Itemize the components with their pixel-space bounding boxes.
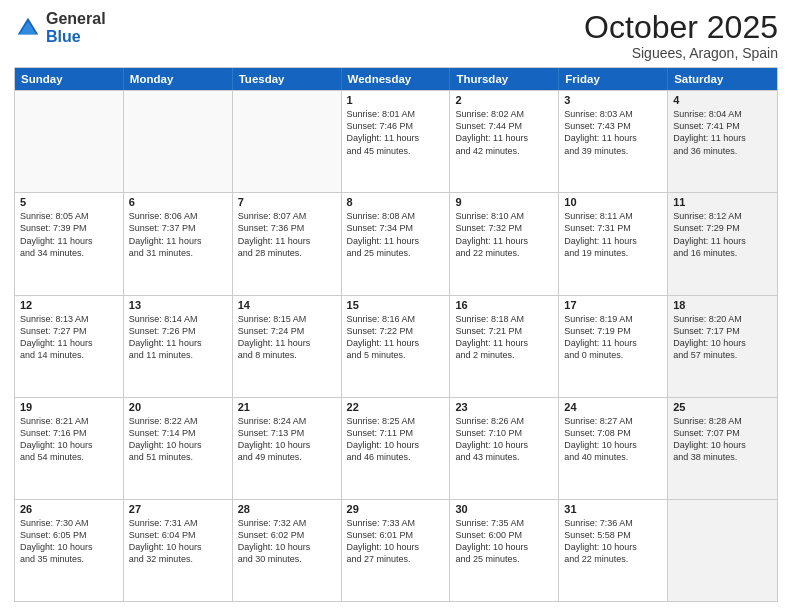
day-cell-31: 31Sunrise: 7:36 AM Sunset: 5:58 PM Dayli… — [559, 500, 668, 601]
day-cell-18: 18Sunrise: 8:20 AM Sunset: 7:17 PM Dayli… — [668, 296, 777, 397]
day-number: 12 — [20, 299, 118, 311]
day-cell-23: 23Sunrise: 8:26 AM Sunset: 7:10 PM Dayli… — [450, 398, 559, 499]
empty-cell-0-0 — [15, 91, 124, 192]
day-number: 31 — [564, 503, 662, 515]
day-info: Sunrise: 7:32 AM Sunset: 6:02 PM Dayligh… — [238, 517, 336, 566]
day-cell-6: 6Sunrise: 8:06 AM Sunset: 7:37 PM Daylig… — [124, 193, 233, 294]
empty-cell-0-2 — [233, 91, 342, 192]
day-info: Sunrise: 8:12 AM Sunset: 7:29 PM Dayligh… — [673, 210, 772, 259]
day-cell-15: 15Sunrise: 8:16 AM Sunset: 7:22 PM Dayli… — [342, 296, 451, 397]
day-cell-10: 10Sunrise: 8:11 AM Sunset: 7:31 PM Dayli… — [559, 193, 668, 294]
day-info: Sunrise: 8:04 AM Sunset: 7:41 PM Dayligh… — [673, 108, 772, 157]
day-cell-30: 30Sunrise: 7:35 AM Sunset: 6:00 PM Dayli… — [450, 500, 559, 601]
calendar-row-2: 12Sunrise: 8:13 AM Sunset: 7:27 PM Dayli… — [15, 295, 777, 397]
day-cell-9: 9Sunrise: 8:10 AM Sunset: 7:32 PM Daylig… — [450, 193, 559, 294]
logo-general-text: General — [46, 10, 106, 27]
day-info: Sunrise: 7:31 AM Sunset: 6:04 PM Dayligh… — [129, 517, 227, 566]
day-info: Sunrise: 7:36 AM Sunset: 5:58 PM Dayligh… — [564, 517, 662, 566]
day-info: Sunrise: 8:13 AM Sunset: 7:27 PM Dayligh… — [20, 313, 118, 362]
day-number: 4 — [673, 94, 772, 106]
day-info: Sunrise: 8:20 AM Sunset: 7:17 PM Dayligh… — [673, 313, 772, 362]
day-number: 8 — [347, 196, 445, 208]
page: General Blue October 2025 Siguees, Arago… — [0, 0, 792, 612]
day-number: 7 — [238, 196, 336, 208]
header: General Blue October 2025 Siguees, Arago… — [14, 10, 778, 61]
calendar-row-1: 5Sunrise: 8:05 AM Sunset: 7:39 PM Daylig… — [15, 192, 777, 294]
day-header-saturday: Saturday — [668, 68, 777, 90]
day-number: 2 — [455, 94, 553, 106]
day-number: 5 — [20, 196, 118, 208]
calendar-row-0: 1Sunrise: 8:01 AM Sunset: 7:46 PM Daylig… — [15, 90, 777, 192]
logo-blue-text: Blue — [46, 28, 81, 45]
title-block: October 2025 Siguees, Aragon, Spain — [584, 10, 778, 61]
day-cell-7: 7Sunrise: 8:07 AM Sunset: 7:36 PM Daylig… — [233, 193, 342, 294]
day-info: Sunrise: 7:35 AM Sunset: 6:00 PM Dayligh… — [455, 517, 553, 566]
day-info: Sunrise: 8:26 AM Sunset: 7:10 PM Dayligh… — [455, 415, 553, 464]
day-info: Sunrise: 8:22 AM Sunset: 7:14 PM Dayligh… — [129, 415, 227, 464]
day-number: 24 — [564, 401, 662, 413]
day-cell-17: 17Sunrise: 8:19 AM Sunset: 7:19 PM Dayli… — [559, 296, 668, 397]
day-number: 19 — [20, 401, 118, 413]
day-info: Sunrise: 8:06 AM Sunset: 7:37 PM Dayligh… — [129, 210, 227, 259]
day-info: Sunrise: 8:18 AM Sunset: 7:21 PM Dayligh… — [455, 313, 553, 362]
day-header-thursday: Thursday — [450, 68, 559, 90]
day-cell-28: 28Sunrise: 7:32 AM Sunset: 6:02 PM Dayli… — [233, 500, 342, 601]
day-number: 3 — [564, 94, 662, 106]
day-cell-11: 11Sunrise: 8:12 AM Sunset: 7:29 PM Dayli… — [668, 193, 777, 294]
day-cell-12: 12Sunrise: 8:13 AM Sunset: 7:27 PM Dayli… — [15, 296, 124, 397]
day-header-monday: Monday — [124, 68, 233, 90]
day-info: Sunrise: 8:24 AM Sunset: 7:13 PM Dayligh… — [238, 415, 336, 464]
empty-cell-4-6 — [668, 500, 777, 601]
location-title: Siguees, Aragon, Spain — [584, 45, 778, 61]
calendar-row-4: 26Sunrise: 7:30 AM Sunset: 6:05 PM Dayli… — [15, 499, 777, 601]
empty-cell-0-1 — [124, 91, 233, 192]
day-header-friday: Friday — [559, 68, 668, 90]
day-cell-13: 13Sunrise: 8:14 AM Sunset: 7:26 PM Dayli… — [124, 296, 233, 397]
calendar-row-3: 19Sunrise: 8:21 AM Sunset: 7:16 PM Dayli… — [15, 397, 777, 499]
day-cell-14: 14Sunrise: 8:15 AM Sunset: 7:24 PM Dayli… — [233, 296, 342, 397]
day-info: Sunrise: 8:10 AM Sunset: 7:32 PM Dayligh… — [455, 210, 553, 259]
day-info: Sunrise: 8:28 AM Sunset: 7:07 PM Dayligh… — [673, 415, 772, 464]
day-info: Sunrise: 8:21 AM Sunset: 7:16 PM Dayligh… — [20, 415, 118, 464]
day-number: 23 — [455, 401, 553, 413]
day-cell-8: 8Sunrise: 8:08 AM Sunset: 7:34 PM Daylig… — [342, 193, 451, 294]
logo: General Blue — [14, 10, 106, 45]
day-cell-3: 3Sunrise: 8:03 AM Sunset: 7:43 PM Daylig… — [559, 91, 668, 192]
day-info: Sunrise: 8:16 AM Sunset: 7:22 PM Dayligh… — [347, 313, 445, 362]
calendar: SundayMondayTuesdayWednesdayThursdayFrid… — [14, 67, 778, 602]
day-info: Sunrise: 8:11 AM Sunset: 7:31 PM Dayligh… — [564, 210, 662, 259]
day-number: 22 — [347, 401, 445, 413]
calendar-body: 1Sunrise: 8:01 AM Sunset: 7:46 PM Daylig… — [15, 90, 777, 601]
month-title: October 2025 — [584, 10, 778, 45]
day-cell-19: 19Sunrise: 8:21 AM Sunset: 7:16 PM Dayli… — [15, 398, 124, 499]
day-info: Sunrise: 8:01 AM Sunset: 7:46 PM Dayligh… — [347, 108, 445, 157]
day-info: Sunrise: 8:08 AM Sunset: 7:34 PM Dayligh… — [347, 210, 445, 259]
day-cell-26: 26Sunrise: 7:30 AM Sunset: 6:05 PM Dayli… — [15, 500, 124, 601]
day-header-tuesday: Tuesday — [233, 68, 342, 90]
day-cell-25: 25Sunrise: 8:28 AM Sunset: 7:07 PM Dayli… — [668, 398, 777, 499]
day-info: Sunrise: 7:33 AM Sunset: 6:01 PM Dayligh… — [347, 517, 445, 566]
day-number: 25 — [673, 401, 772, 413]
day-info: Sunrise: 8:05 AM Sunset: 7:39 PM Dayligh… — [20, 210, 118, 259]
day-number: 18 — [673, 299, 772, 311]
day-info: Sunrise: 8:25 AM Sunset: 7:11 PM Dayligh… — [347, 415, 445, 464]
day-number: 29 — [347, 503, 445, 515]
day-number: 13 — [129, 299, 227, 311]
day-number: 1 — [347, 94, 445, 106]
day-cell-22: 22Sunrise: 8:25 AM Sunset: 7:11 PM Dayli… — [342, 398, 451, 499]
day-cell-5: 5Sunrise: 8:05 AM Sunset: 7:39 PM Daylig… — [15, 193, 124, 294]
day-number: 6 — [129, 196, 227, 208]
day-number: 10 — [564, 196, 662, 208]
day-cell-20: 20Sunrise: 8:22 AM Sunset: 7:14 PM Dayli… — [124, 398, 233, 499]
day-number: 9 — [455, 196, 553, 208]
day-info: Sunrise: 8:15 AM Sunset: 7:24 PM Dayligh… — [238, 313, 336, 362]
day-info: Sunrise: 7:30 AM Sunset: 6:05 PM Dayligh… — [20, 517, 118, 566]
day-cell-1: 1Sunrise: 8:01 AM Sunset: 7:46 PM Daylig… — [342, 91, 451, 192]
day-header-wednesday: Wednesday — [342, 68, 451, 90]
day-number: 11 — [673, 196, 772, 208]
day-number: 14 — [238, 299, 336, 311]
day-cell-2: 2Sunrise: 8:02 AM Sunset: 7:44 PM Daylig… — [450, 91, 559, 192]
day-cell-24: 24Sunrise: 8:27 AM Sunset: 7:08 PM Dayli… — [559, 398, 668, 499]
logo-icon — [14, 14, 42, 42]
day-number: 16 — [455, 299, 553, 311]
